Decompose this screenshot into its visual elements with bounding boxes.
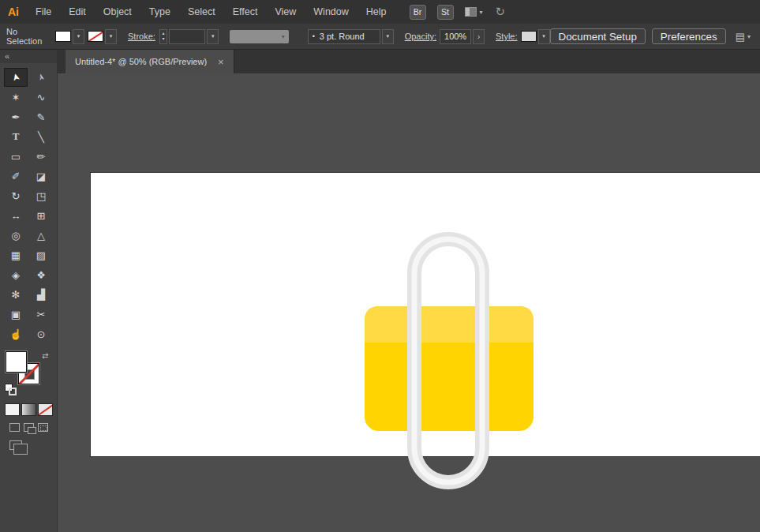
chevron-right-icon[interactable]: › [473, 29, 485, 44]
symbol-sprayer-tool[interactable]: ✻ [4, 285, 28, 304]
workspace-switcher[interactable]: ▾ [465, 7, 483, 17]
opacity-label[interactable]: Opacity: [405, 32, 436, 41]
main-menus: File Edit Object Type Select Effect View… [27, 0, 395, 24]
menu-view[interactable]: View [266, 0, 305, 24]
menu-effect[interactable]: Effect [224, 0, 267, 24]
color-button[interactable] [5, 403, 20, 416]
screen-mode-button[interactable] [9, 440, 22, 450]
brush-definition-combo[interactable]: • 3 pt. Round ▾ [298, 29, 394, 44]
chevron-down-icon[interactable]: ▾ [538, 29, 550, 44]
opacity-input[interactable]: 100% [440, 29, 471, 44]
direct-selection-tool[interactable]: ➢ [29, 68, 53, 87]
draw-behind-button[interactable] [24, 423, 34, 432]
fill-color-chip[interactable] [6, 351, 27, 373]
stock-button[interactable]: St [437, 5, 454, 20]
fill-color-combo[interactable]: ▾ [55, 29, 84, 44]
lasso-tool-icon: ∿ [37, 92, 46, 103]
rectangle-tool-icon: ▭ [11, 151, 21, 163]
curvature-tool[interactable]: ✎ [29, 107, 53, 126]
canvas-area[interactable] [58, 73, 760, 532]
mesh-tool-icon: ▦ [11, 249, 21, 261]
perspective-grid-tool-icon: △ [37, 230, 45, 242]
menu-file[interactable]: File [27, 0, 60, 24]
style-swatch[interactable] [521, 31, 537, 42]
stepper-down-icon[interactable]: ▾ [163, 36, 165, 42]
draw-normal-button[interactable] [9, 423, 20, 432]
free-transform-tool[interactable]: ⊞ [29, 206, 53, 225]
gradient-button[interactable] [21, 403, 36, 416]
draw-inside-button[interactable] [38, 423, 48, 432]
bridge-button[interactable]: Br [410, 5, 426, 20]
shape-builder-tool[interactable]: ◎ [4, 226, 28, 245]
mesh-tool[interactable]: ▦ [4, 245, 28, 264]
chevron-down-icon[interactable]: ▾ [105, 29, 117, 44]
style-label[interactable]: Style: [496, 32, 518, 41]
chevron-down-icon[interactable]: ▾ [207, 29, 219, 44]
brush-definition-value[interactable]: • 3 pt. Round [308, 29, 380, 44]
lock-body-highlight-shape[interactable] [365, 306, 533, 343]
menu-object[interactable]: Object [95, 0, 140, 24]
blend-tool[interactable]: ❖ [29, 265, 53, 284]
gradient-tool-icon: ▨ [36, 249, 46, 261]
stroke-weight-input[interactable] [169, 29, 205, 44]
scale-tool-icon: ◳ [36, 190, 46, 202]
swap-fill-stroke-icon[interactable]: ⇄ [42, 351, 48, 360]
type-tool-icon: T [13, 130, 20, 143]
opacity-combo[interactable]: 100% › [436, 29, 485, 44]
fill-swatch[interactable] [55, 31, 71, 42]
pen-tool[interactable]: ✒ [4, 107, 28, 126]
width-profile-dropdown[interactable]: ▾ [230, 30, 288, 43]
artboard-tool[interactable]: ▣ [4, 305, 28, 324]
slice-tool[interactable]: ✂ [29, 305, 53, 324]
column-graph-tool[interactable]: ▟ [29, 285, 53, 304]
preferences-button[interactable]: Preferences [652, 28, 726, 44]
stroke-color-combo[interactable]: ▾ [88, 29, 117, 44]
none-button[interactable] [38, 403, 53, 416]
style-combo[interactable]: ▾ [521, 29, 550, 44]
lasso-tool[interactable]: ∿ [29, 88, 53, 107]
chevron-down-icon[interactable]: ▾ [382, 29, 394, 44]
document-tab[interactable]: Untitled-4* @ 50% (RGB/Preview) × [66, 50, 234, 73]
hand-tool-icon: ☝ [9, 328, 22, 340]
align-options[interactable]: ▤ ▾ [736, 31, 751, 43]
pen-tool-icon: ✒ [12, 111, 21, 123]
menu-select[interactable]: Select [179, 0, 224, 24]
magic-wand-tool[interactable]: ✶ [4, 88, 28, 107]
column-graph-tool-icon: ▟ [37, 289, 45, 301]
type-tool[interactable]: T [4, 127, 28, 146]
eyedropper-tool[interactable]: ◈ [4, 265, 28, 284]
zoom-tool[interactable]: ⊙ [29, 324, 53, 343]
stroke-weight-combo[interactable]: ▾ [167, 29, 219, 44]
menu-type[interactable]: Type [140, 0, 179, 24]
scale-tool[interactable]: ◳ [29, 186, 53, 205]
perspective-grid-tool[interactable]: △ [29, 226, 53, 245]
width-tool[interactable]: ↔ [4, 206, 28, 225]
line-segment-tool[interactable]: ╲ [29, 127, 53, 146]
stroke-swatch-none[interactable] [88, 31, 103, 42]
collapse-tools-button[interactable]: « [0, 50, 57, 63]
eraser-tool[interactable]: ◪ [29, 167, 53, 185]
menu-window[interactable]: Window [305, 0, 357, 24]
rotate-tool[interactable]: ↻ [4, 186, 28, 205]
paintbrush-tool[interactable]: ✏ [29, 147, 53, 166]
selection-tool[interactable]: ➤ [4, 68, 28, 87]
shaper-tool[interactable]: ✐ [4, 167, 28, 185]
document-setup-button[interactable]: Document Setup [550, 28, 646, 44]
menu-help[interactable]: Help [358, 0, 395, 24]
menu-edit[interactable]: Edit [60, 0, 95, 24]
direct-selection-tool-icon: ➢ [35, 72, 47, 82]
stepper-up-icon[interactable]: ▴ [163, 31, 165, 36]
tools-panel: « ➤➢✶∿✒✎T╲▭✏✐◪↻◳↔⊞◎△▦▨◈❖✻▟▣✂☝⊙ ⇄ [0, 50, 58, 532]
gradient-tool[interactable]: ▨ [29, 245, 53, 264]
brush-bullet-icon: • [313, 32, 315, 40]
hand-tool[interactable]: ☝ [4, 324, 28, 343]
sync-icon[interactable]: ↻ [496, 5, 506, 19]
chevron-down-icon[interactable]: ▾ [73, 29, 84, 44]
app-logo-icon: Ai [0, 0, 27, 24]
stroke-weight-label[interactable]: Stroke: [128, 32, 155, 41]
close-icon[interactable]: × [218, 56, 224, 68]
rectangle-tool[interactable]: ▭ [4, 147, 28, 166]
slice-tool-icon: ✂ [37, 309, 46, 320]
default-fill-stroke-button[interactable] [5, 384, 17, 396]
stroke-weight-stepper[interactable]: ▴ ▾ [159, 29, 167, 44]
